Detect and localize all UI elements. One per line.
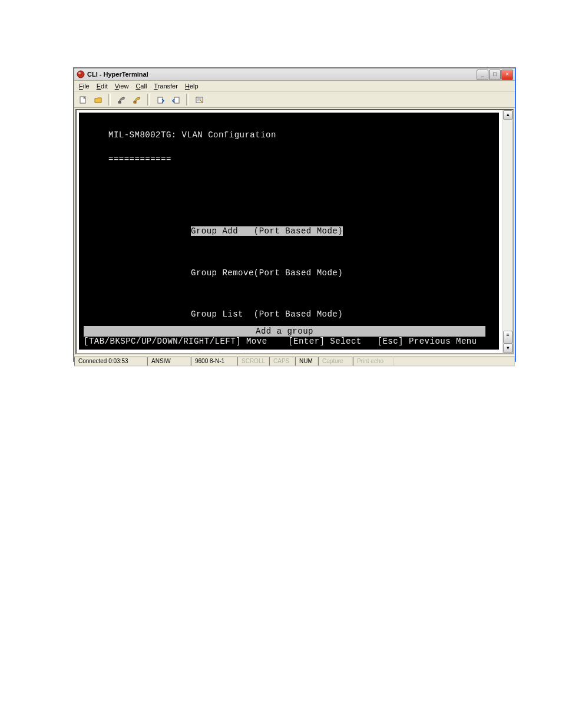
menu-item-group-add[interactable]: Group Add (Port Based Mode) — [79, 225, 499, 237]
status-scroll: SCROLL — [237, 357, 269, 366]
window-title: CLI - HyperTerminal — [87, 71, 148, 78]
status-capture: Capture — [318, 357, 353, 366]
menu-item-previous[interactable]: <Previous Menu> — [79, 350, 499, 354]
toolbar — [74, 92, 515, 108]
status-num: NUM — [295, 357, 318, 366]
status-emulation: ANSIW — [147, 357, 191, 366]
titlebar: CLI - HyperTerminal _ □ × — [74, 68, 515, 81]
close-button[interactable]: × — [501, 70, 513, 80]
scroll-thumb[interactable]: ≡ — [503, 331, 513, 344]
vertical-scrollbar[interactable]: ▴ ≡ ▾ — [503, 110, 513, 353]
toolbar-separator — [108, 94, 111, 106]
status-printecho: Print echo — [353, 357, 394, 366]
menubar: File Edit View Call Transfer Help — [74, 81, 515, 92]
scroll-down-icon[interactable]: ▾ — [503, 344, 513, 353]
connect-icon[interactable] — [115, 94, 127, 106]
new-file-icon[interactable] — [77, 94, 88, 106]
terminal-underline: ============ — [79, 153, 499, 165]
menu-item-group-list[interactable]: Group List (Port Based Mode) — [79, 308, 499, 320]
terminal-title: MIL-SM8002TG: VLAN Configuration — [79, 129, 499, 141]
svg-rect-4 — [134, 101, 136, 103]
menu-view[interactable]: View — [111, 82, 133, 90]
scroll-up-icon[interactable]: ▴ — [503, 110, 513, 120]
terminal-help: [TAB/BKSPC/UP/DOWN/RIGHT/LEFT] Move [Ent… — [84, 335, 477, 347]
menu-file[interactable]: File — [75, 82, 93, 90]
status-caps: CAPS — [269, 357, 295, 366]
status-spacer — [394, 357, 515, 366]
hyperterminal-window: CLI - HyperTerminal _ □ × File Edit View… — [74, 68, 515, 361]
svg-point-1 — [78, 72, 81, 74]
minimize-button[interactable]: _ — [477, 70, 488, 80]
receive-icon[interactable] — [170, 94, 181, 106]
disconnect-icon[interactable] — [131, 94, 143, 106]
toolbar-separator — [186, 94, 189, 106]
terminal-container: MIL-SM8002TG: VLAN Configuration =======… — [75, 109, 514, 354]
send-icon[interactable] — [154, 94, 166, 106]
svg-rect-6 — [174, 97, 179, 103]
statusbar: Connected 0:03:53 ANSIW 9600 8-N-1 SCROL… — [74, 355, 515, 367]
window-controls: _ □ × — [477, 70, 513, 80]
menu-call[interactable]: Call — [132, 82, 150, 90]
properties-icon[interactable] — [193, 94, 205, 106]
status-connection: Connected 0:03:53 — [74, 357, 147, 366]
menu-help[interactable]: Help — [181, 82, 202, 90]
toolbar-separator — [147, 94, 150, 106]
svg-rect-3 — [118, 101, 121, 103]
menu-item-group-remove[interactable]: Group Remove(Port Based Mode) — [79, 267, 499, 279]
terminal[interactable]: MIL-SM8002TG: VLAN Configuration =======… — [79, 113, 499, 350]
open-file-icon[interactable] — [92, 94, 104, 106]
status-settings: 9600 8-N-1 — [191, 357, 237, 366]
menu-transfer[interactable]: Transfer — [150, 82, 181, 90]
maximize-button[interactable]: □ — [489, 70, 501, 80]
svg-point-0 — [77, 71, 84, 78]
menu-edit[interactable]: Edit — [93, 82, 111, 90]
app-icon — [77, 70, 85, 78]
